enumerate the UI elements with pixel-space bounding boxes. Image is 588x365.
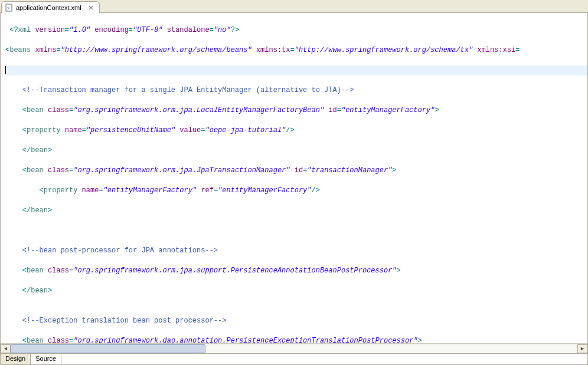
- code-line: <bean class="org.springframework.orm.jpa…: [5, 266, 587, 276]
- code-line: </bean>: [5, 146, 587, 156]
- editor-tab-active[interactable]: X applicationContext.xml: [1, 1, 100, 13]
- tab-source[interactable]: Source: [31, 354, 61, 364]
- code-line: </bean>: [5, 286, 587, 296]
- editor-pane: <?xml version="1.0" encoding="UTF-8" sta…: [0, 13, 588, 365]
- horizontal-scrollbar[interactable]: ◄ ►: [1, 343, 587, 353]
- tab-design[interactable]: Design: [1, 354, 31, 364]
- code-line: <?xml version="1.0" encoding="UTF-8" sta…: [5, 25, 587, 35]
- code-line: <beans xmlns="http://www.springframework…: [5, 45, 587, 55]
- code-line: <!--Transaction manager for a single JPA…: [5, 86, 587, 96]
- scroll-thumb[interactable]: [11, 344, 205, 353]
- code-line: <bean class="org.springframework.orm.jpa…: [5, 166, 587, 176]
- code-line: <bean class="org.springframework.dao.ann…: [5, 336, 587, 343]
- code-line: <!--Exception translation bean post proc…: [5, 316, 587, 326]
- text-cursor: [5, 66, 6, 74]
- scroll-track[interactable]: [11, 344, 577, 353]
- close-icon[interactable]: [87, 4, 94, 11]
- code-line: <property name="persistenceUnitName" val…: [5, 126, 587, 136]
- code-line: </bean>: [5, 206, 587, 216]
- code-line: <property name="entityManagerFactory" re…: [5, 186, 587, 196]
- code-line: <bean class="org.springframework.orm.jpa…: [5, 106, 587, 116]
- editor-tab-title: applicationContext.xml: [16, 4, 81, 11]
- svg-text:X: X: [7, 6, 9, 10]
- editor-tab-bar: X applicationContext.xml: [0, 0, 588, 13]
- editor-mode-tabs: Design Source: [1, 353, 587, 364]
- xml-file-icon: X: [5, 4, 14, 12]
- scroll-right-arrow-icon[interactable]: ►: [577, 344, 587, 353]
- code-line-current: [5, 65, 587, 75]
- code-line: <!--bean post-processor for JPA annotati…: [5, 246, 587, 256]
- source-editor[interactable]: <?xml version="1.0" encoding="UTF-8" sta…: [1, 13, 587, 343]
- scroll-left-arrow-icon[interactable]: ◄: [1, 344, 11, 353]
